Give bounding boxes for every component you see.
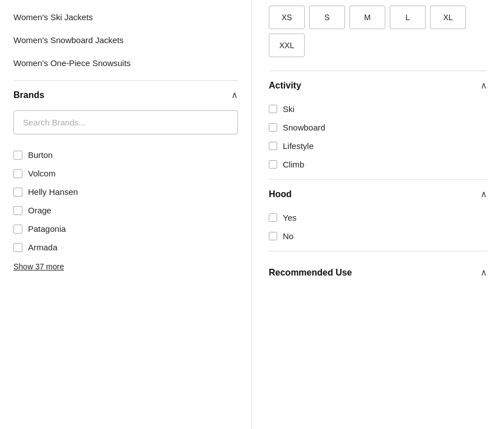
brand-item-burton[interactable]: Burton: [13, 146, 238, 164]
activity-title: Activity: [269, 81, 301, 91]
hood-checkbox-yes[interactable]: [269, 213, 277, 222]
activity-section-header: Activity ∧: [269, 80, 487, 91]
hood-title: Hood: [269, 189, 292, 199]
hood-checkbox-list: Yes No: [269, 208, 487, 245]
activity-label-ski: Ski: [283, 104, 295, 114]
category-item-ski-jackets[interactable]: Women's Ski Jackets: [13, 6, 238, 29]
hood-section-header: Hood ∧: [269, 189, 487, 199]
category-list: Women's Ski Jackets Women's Snowboard Ja…: [13, 6, 238, 74]
category-item-snowboard-jackets[interactable]: Women's Snowboard Jackets: [13, 29, 238, 52]
size-btn-xxl[interactable]: XXL: [269, 34, 305, 57]
recommended-use-top-divider: [269, 251, 487, 251]
recommended-use-chevron[interactable]: ∧: [480, 267, 487, 278]
activity-item-ski[interactable]: Ski: [269, 100, 487, 118]
size-btn-m[interactable]: M: [349, 6, 385, 29]
brand-checkbox-helly-hansen[interactable]: [13, 188, 22, 197]
hood-checkbox-no[interactable]: [269, 232, 277, 240]
brand-checkbox-orage[interactable]: [13, 206, 22, 215]
activity-item-lifestyle[interactable]: Lifestyle: [269, 137, 487, 155]
recommended-use-title: Recommended Use: [269, 268, 352, 278]
brand-label-burton: Burton: [28, 150, 53, 160]
brands-search-wrapper: [13, 110, 238, 134]
size-btn-xl[interactable]: XL: [430, 6, 466, 29]
activity-checkbox-snowboard[interactable]: [269, 123, 277, 132]
activity-checkbox-climb[interactable]: [269, 160, 277, 169]
activity-label-climb: Climb: [283, 160, 304, 169]
size-btn-xs[interactable]: XS: [269, 6, 305, 29]
activity-item-climb[interactable]: Climb: [269, 155, 487, 174]
brand-item-armada[interactable]: Armada: [13, 238, 238, 257]
activity-divider: [269, 71, 487, 71]
activity-checkbox-lifestyle[interactable]: [269, 142, 277, 150]
brand-label-volcom: Volcom: [28, 169, 55, 178]
activity-item-snowboard[interactable]: Snowboard: [269, 118, 487, 137]
brands-section-header: Brands ∧: [13, 90, 238, 100]
brands-checkbox-list: Burton Volcom Helly Hansen Orage Patagon…: [13, 146, 238, 257]
hood-item-no[interactable]: No: [269, 227, 487, 245]
right-panel: XS S M L XL XXL Activity ∧ Ski Snowboard: [252, 0, 504, 429]
size-grid: XS S M L XL XXL: [269, 6, 487, 57]
brand-checkbox-armada[interactable]: [13, 243, 22, 252]
activity-label-lifestyle: Lifestyle: [283, 141, 314, 151]
category-item-snowsuits[interactable]: Women's One-Piece Snowsuits: [13, 52, 238, 74]
brand-checkbox-burton[interactable]: [13, 151, 22, 160]
activity-label-snowboard: Snowboard: [283, 123, 325, 132]
activity-checkbox-ski[interactable]: [269, 105, 277, 113]
hood-label-no: No: [283, 231, 293, 241]
hood-label-yes: Yes: [283, 213, 296, 222]
size-btn-s[interactable]: S: [309, 6, 345, 29]
hood-divider: [269, 179, 487, 180]
brand-item-patagonia[interactable]: Patagonia: [13, 220, 238, 238]
left-panel: Women's Ski Jackets Women's Snowboard Ja…: [0, 0, 252, 429]
brand-item-helly-hansen[interactable]: Helly Hansen: [13, 183, 238, 201]
brand-checkbox-patagonia[interactable]: [13, 225, 22, 234]
brand-label-patagonia: Patagonia: [28, 224, 66, 234]
brands-chevron[interactable]: ∧: [231, 90, 238, 100]
recommended-use-section-header: Recommended Use ∧: [269, 260, 487, 278]
activity-checkbox-list: Ski Snowboard Lifestyle Climb: [269, 100, 487, 174]
brand-item-volcom[interactable]: Volcom: [13, 164, 238, 183]
brand-item-orage[interactable]: Orage: [13, 201, 238, 220]
activity-chevron[interactable]: ∧: [480, 80, 487, 91]
brand-label-helly-hansen: Helly Hansen: [28, 187, 78, 197]
brands-search-input[interactable]: [13, 110, 238, 134]
hood-item-yes[interactable]: Yes: [269, 208, 487, 227]
brand-checkbox-volcom[interactable]: [13, 169, 22, 178]
hood-chevron[interactable]: ∧: [480, 189, 487, 199]
show-more-brands-link[interactable]: Show 37 more: [13, 262, 64, 271]
brand-label-armada: Armada: [28, 243, 58, 252]
brands-title: Brands: [13, 90, 44, 100]
brand-label-orage: Orage: [28, 206, 52, 215]
size-btn-l[interactable]: L: [390, 6, 426, 29]
category-divider: [13, 80, 238, 81]
